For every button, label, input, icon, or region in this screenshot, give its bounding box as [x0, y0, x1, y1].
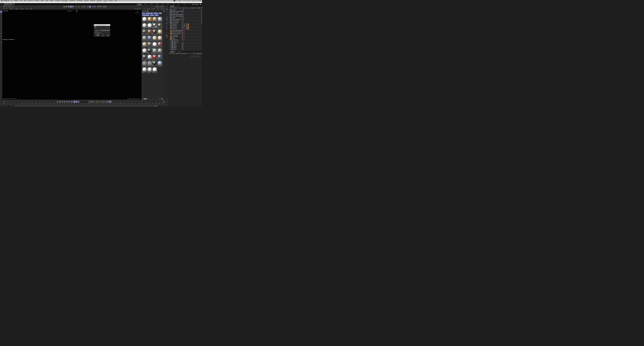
app-switch-icon[interactable]: ↔ [174, 0, 175, 1]
search-icon[interactable] [194, 53, 194, 54]
protection-tag-icon[interactable] [186, 23, 187, 24]
expand-icon[interactable]: + [170, 43, 171, 43]
autokey-icon[interactable]: A [75, 101, 78, 103]
add-tab-button[interactable]: + [14, 3, 15, 5]
material-menu-seleziona[interactable]: Seleziona [160, 8, 165, 9]
material-item[interactable]: Material [147, 29, 152, 35]
extrude-tool-icon[interactable]: ⇧ [0, 24, 2, 26]
editor-render-dots[interactable] [183, 12, 184, 14]
new-layout-label[interactable]: Nuovi Layout [191, 3, 199, 5]
tab-attributi[interactable]: Attributi [169, 51, 175, 53]
expand-icon[interactable]: + [170, 41, 171, 42]
large-view-icon[interactable] [146, 98, 147, 100]
sound-icon[interactable] [78, 101, 80, 103]
material-thumbnail[interactable] [152, 48, 157, 53]
material-thumbnail[interactable] [147, 29, 152, 34]
expand-icon[interactable]: + [170, 46, 171, 47]
wifi-icon[interactable] [184, 0, 185, 1]
menubar-item-seleziona[interactable]: Seleziona [28, 0, 33, 1]
object-menu-file[interactable]: File [170, 7, 172, 9]
polygons-mode-icon[interactable]: ◧ [68, 6, 70, 8]
layout-tab-nodes[interactable]: Nodes [182, 3, 188, 5]
stop-button[interactable]: Stop [102, 36, 105, 37]
material-item[interactable]: Parquet [142, 42, 147, 48]
menubar-item-spline[interactable]: Spline [41, 0, 44, 1]
fcurve-icon[interactable]: ⤣ [163, 101, 165, 103]
filter-icon[interactable] [200, 7, 202, 8]
axis-lock-z[interactable]: Z [10, 6, 12, 8]
range-start-field-2[interactable]: 0 F [10, 105, 14, 106]
add-text-icon[interactable]: T [166, 14, 168, 16]
add-tag-icon[interactable]: ⬓ [166, 34, 168, 36]
add-spline-icon[interactable]: ✎ [166, 12, 168, 14]
material-thumbnail[interactable] [158, 61, 162, 66]
viewport-menu-viste[interactable]: Viste [5, 8, 8, 9]
editor-render-dots[interactable] [183, 49, 184, 50]
material-thumbnail[interactable] [152, 42, 157, 47]
attribute-menu-modo[interactable]: Modo [171, 53, 174, 54]
material-item[interactable]: ENDUIT DI [152, 67, 157, 73]
grid-view-icon[interactable] [144, 98, 146, 100]
material-menu-file[interactable]: File [143, 8, 145, 9]
visibility-toggle-icon[interactable] [182, 46, 183, 47]
alpha-mode-checkbox[interactable] [100, 33, 101, 34]
points-mode-icon[interactable]: • [63, 6, 65, 8]
material-item[interactable]: Plastic - W [142, 17, 147, 23]
disabled-x-icon[interactable]: X [184, 31, 185, 32]
editor-render-dots[interactable] [183, 9, 184, 10]
add-xpresso-icon[interactable]: ✚ [166, 36, 168, 38]
material-thumbnail[interactable] [158, 29, 162, 34]
layout-single-icon[interactable] [162, 6, 164, 8]
add-field-icon[interactable]: ∴ [166, 30, 168, 32]
material-item[interactable]: Segnature [147, 42, 152, 48]
document-tab[interactable]: Palestra 2.c4d * x [3, 3, 14, 5]
material-thumbnail[interactable] [147, 23, 152, 28]
material-item[interactable]: Immagine ( [142, 54, 147, 61]
material-thumbnail[interactable] [142, 61, 147, 66]
editor-render-dots[interactable] [183, 47, 184, 48]
object-row[interactable]: STCamera.1 [168, 28, 202, 30]
select-tool-icon[interactable]: ➤ [0, 11, 2, 13]
add-sphere-icon[interactable]: ● [166, 10, 168, 12]
material-thumbnail[interactable] [147, 67, 152, 72]
object-row[interactable]: −ARCHICAD [168, 39, 202, 41]
list-view-icon[interactable] [142, 98, 144, 100]
visibility-toggle-icon[interactable] [182, 9, 183, 10]
object-row[interactable]: STCamera 4 [168, 23, 202, 25]
object-row[interactable]: HDRX [168, 37, 202, 39]
object-row[interactable]: +Rete canestro [168, 22, 202, 23]
editor-render-dots[interactable] [183, 25, 184, 26]
editor-render-dots[interactable] [183, 15, 184, 17]
quantize-settings-icon[interactable]: ⚙ [94, 6, 96, 8]
object-row[interactable]: STCamera.2 [168, 26, 202, 28]
menubar-item-crea[interactable]: Crea [20, 0, 22, 1]
visibility-toggle-icon[interactable] [182, 28, 183, 29]
rotate-tool-icon[interactable]: ↻ [0, 19, 2, 21]
layout-toggle-icon[interactable] [200, 4, 201, 5]
add-deformer-icon[interactable]: ◇ [166, 28, 168, 30]
tab-livelli[interactable]: Livelli [176, 51, 182, 53]
live-selection-tool-icon[interactable]: ➤ [3, 6, 5, 8]
magnet-tool-icon[interactable]: U [0, 33, 2, 35]
eyedropper-icon[interactable] [146, 10, 148, 12]
coordinate-system-icon[interactable]: ⟂ [12, 6, 14, 8]
material-thumbnail[interactable] [158, 23, 162, 28]
object-row[interactable]: +Taglio Luci spogliatoi [168, 14, 202, 15]
material-thumbnail[interactable] [152, 36, 157, 40]
editor-render-dots[interactable] [183, 23, 184, 25]
target-toggle-icon[interactable] [184, 28, 185, 29]
spotlight-icon[interactable] [197, 0, 198, 1]
material-item[interactable]: Teack Woo [147, 17, 152, 23]
layout-rows-icon[interactable] [160, 6, 162, 8]
workplane-icon[interactable] [78, 6, 80, 8]
object-row[interactable]: STCamera 3 [168, 25, 202, 26]
material-thumbnail[interactable] [158, 42, 162, 47]
layout-tab-paint[interactable]: Paint [160, 3, 165, 5]
viewport-3d[interactable]: Prospettiva Camera 3 Y X Z Selezione a P… [2, 10, 141, 100]
viewport-menu-vista[interactable]: Vista [30, 8, 32, 9]
layout-tab-script[interactable]: Script [176, 3, 182, 5]
visibility-toggle-icon[interactable] [182, 36, 183, 37]
keyframe-marker-icon[interactable] [88, 101, 90, 103]
skip-start-icon[interactable] [57, 101, 59, 103]
add-boole-icon[interactable]: ◍ [166, 22, 168, 24]
